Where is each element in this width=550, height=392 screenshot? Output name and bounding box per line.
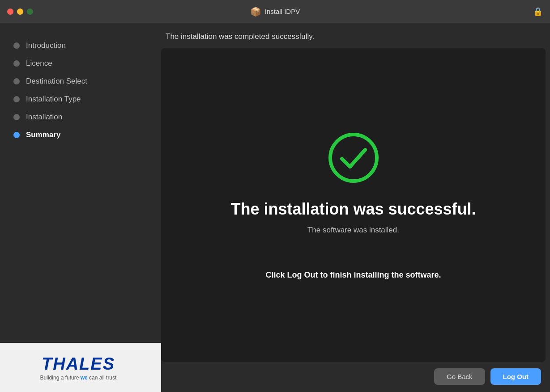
main-content: Introduction Licence Destination Select …	[0, 23, 550, 392]
window-title: 📦 Install IDPV	[250, 6, 300, 17]
sidebar-item-licence[interactable]: Licence	[13, 55, 152, 72]
title-bar: 📦 Install IDPV 🔒	[0, 0, 550, 23]
right-content: The installation was completed successfu…	[161, 23, 550, 392]
sidebar-label-installation-type: Installation Type	[26, 95, 81, 104]
nav-dot-summary	[13, 132, 20, 138]
bottom-bar: Go Back Log Out	[161, 362, 550, 392]
log-out-button[interactable]: Log Out	[490, 368, 541, 385]
nav-dot-installation-type	[13, 96, 20, 102]
go-back-button[interactable]: Go Back	[434, 368, 485, 385]
nav-dot-destination-select	[13, 78, 20, 84]
installer-panel: The installation was successful. The sof…	[161, 48, 546, 362]
logo-tagline: Building a future we can all trust	[40, 375, 117, 381]
success-subtitle: The software was installed.	[307, 226, 399, 235]
sidebar-label-installation: Installation	[26, 113, 62, 122]
sidebar-label-licence: Licence	[26, 59, 52, 68]
sidebar-item-installation[interactable]: Installation	[13, 108, 152, 126]
sidebar-item-installation-type[interactable]: Installation Type	[13, 90, 152, 108]
nav-dot-introduction	[13, 42, 20, 49]
logout-instruction: Click Log Out to finish installing the s…	[265, 270, 441, 280]
success-icon	[327, 131, 380, 186]
success-title: The installation was successful.	[230, 200, 476, 219]
app-title: Install IDPV	[265, 8, 300, 15]
sidebar-item-summary[interactable]: Summary	[13, 126, 152, 144]
minimize-button[interactable]	[17, 8, 23, 15]
logo-tagline-highlight: we	[81, 375, 88, 381]
nav-dot-installation	[13, 114, 20, 120]
sidebar-logo: THALES Building a future we can all trus…	[0, 343, 161, 392]
sidebar-label-introduction: Introduction	[26, 41, 66, 50]
traffic-lights[interactable]	[7, 8, 33, 15]
app-icon: 📦	[250, 6, 261, 17]
sidebar-label-summary: Summary	[26, 131, 60, 139]
sidebar: Introduction Licence Destination Select …	[0, 23, 161, 392]
sidebar-item-introduction[interactable]: Introduction	[13, 37, 152, 55]
lock-icon: 🔒	[533, 7, 543, 17]
sidebar-nav: Introduction Licence Destination Select …	[0, 23, 161, 343]
nav-dot-licence	[13, 60, 20, 67]
top-message: The installation was completed successfu…	[161, 23, 550, 48]
logo-text: THALES	[42, 354, 115, 374]
sidebar-item-destination-select[interactable]: Destination Select	[13, 72, 152, 90]
sidebar-label-destination-select: Destination Select	[26, 77, 87, 86]
maximize-button[interactable]	[27, 8, 33, 15]
close-button[interactable]	[7, 8, 13, 15]
svg-point-0	[330, 135, 377, 181]
